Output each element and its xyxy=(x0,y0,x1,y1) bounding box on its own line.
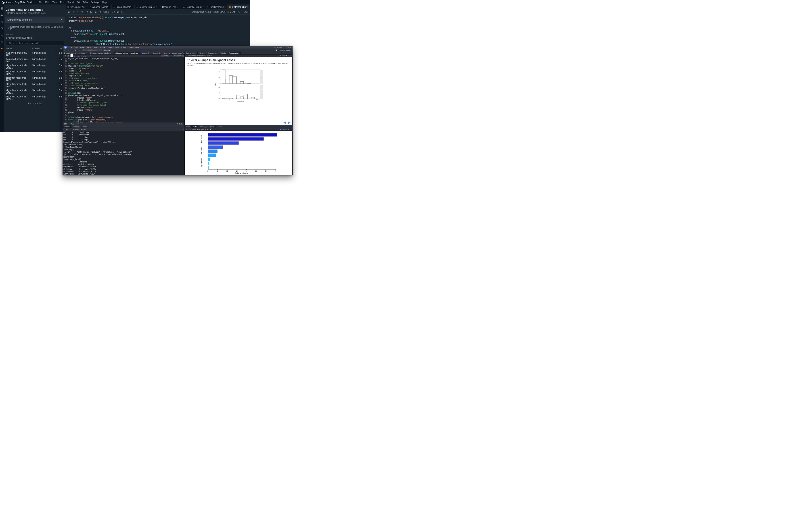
pres-tab-pres[interactable]: Presentation xyxy=(228,52,241,54)
rs-menu-edit[interactable]: Edit xyxy=(75,46,78,48)
console-clear-icon[interactable]: ▫ xyxy=(183,129,184,131)
sessions-button[interactable]: Sessions xyxy=(276,46,283,48)
console-tab[interactable]: Console xyxy=(62,125,72,128)
list-icon[interactable]: ▤ xyxy=(1,33,3,37)
console-output[interactable]: 87 4 1 malignant 88 4 3 malignant 89 1 1… xyxy=(62,131,185,175)
restart-icon[interactable]: ⟳ xyxy=(99,11,101,13)
plot-next-icon[interactable]: ▸ xyxy=(188,129,189,131)
save-icon[interactable]: ▣ xyxy=(68,11,70,13)
home-icon[interactable]: ⌂ xyxy=(6,27,7,29)
running-icon[interactable]: ◎ xyxy=(1,20,3,23)
git-icon[interactable]: ◆ xyxy=(1,13,3,17)
commands-icon[interactable]: ⚙ xyxy=(1,27,3,30)
files-tab[interactable]: Files xyxy=(185,125,191,128)
copy-icon[interactable]: ⧉ xyxy=(81,10,84,13)
rs-menu-profile[interactable]: Profile xyxy=(121,46,126,48)
run-button[interactable]: ▶ Run xyxy=(162,54,169,57)
source-tab[interactable]: app.R × xyxy=(141,52,152,54)
help-tab[interactable]: Help xyxy=(209,125,216,128)
rs-menu-plots[interactable]: Plots xyxy=(93,46,97,48)
menu-run[interactable]: Run xyxy=(60,1,64,4)
project-selector[interactable]: ▣ Project: (None) ▾ xyxy=(276,49,291,51)
breadcrumb[interactable]: ⌂ / customer-churn-prediction-xgboost-20… xyxy=(5,24,64,32)
packages-tab[interactable]: Packages xyxy=(198,125,209,128)
plot-prev-icon[interactable]: ◂ xyxy=(186,129,187,131)
add-cell-icon[interactable]: ＋ xyxy=(72,10,75,13)
rs-menu-tools[interactable]: Tools xyxy=(128,46,133,48)
editor-tab[interactable]: △Trial Compone× xyxy=(205,4,227,9)
trial-row[interactable]: algorithm-mode-trial-2020...5 months ago… xyxy=(5,82,64,89)
home-icon[interactable]: ⌂ xyxy=(274,46,275,48)
new-file-icon[interactable]: ▸ xyxy=(64,49,66,51)
addins-button[interactable]: Addins xyxy=(103,49,111,51)
source-button[interactable]: ▶ Source ▾ xyxy=(173,54,184,57)
share-button[interactable]: Shar xyxy=(244,11,248,13)
find-icon[interactable]: ⌕ xyxy=(87,55,89,57)
clear-plots-icon[interactable]: 🧹 xyxy=(210,129,212,131)
trial-row[interactable]: algorithm-mode-trial-2020...5 months ago… xyxy=(5,89,64,95)
export-button[interactable]: ▣ Export ▾ xyxy=(197,129,206,131)
menu-file[interactable]: File xyxy=(39,1,42,4)
pres-more[interactable]: ⚙ More ▾ xyxy=(279,55,287,57)
run-icon[interactable]: ▶ xyxy=(90,11,93,13)
pres-tab-hist[interactable]: History xyxy=(198,52,206,54)
cut-icon[interactable]: ✂ xyxy=(77,11,79,13)
trial-row[interactable]: algorithm-mode-trial-2020...5 months ago… xyxy=(5,63,64,70)
compile-icon[interactable]: ✎ xyxy=(90,55,91,57)
menu-help[interactable]: Help xyxy=(102,1,107,4)
rs-menu-file[interactable]: File xyxy=(70,46,73,48)
save-all-icon[interactable]: ▣ xyxy=(74,49,77,51)
experiments-icon[interactable]: ✦ xyxy=(1,47,3,50)
search-box[interactable]: ⌕ xyxy=(6,41,64,45)
publish-button[interactable]: ● Publish ▾ xyxy=(280,129,289,131)
plot-refresh-icon[interactable]: ⟳ xyxy=(290,129,291,131)
scope-label[interactable]: (Top Level) xyxy=(70,123,79,125)
pres-tab-tut[interactable]: Tutorial xyxy=(219,52,228,54)
open-file-icon[interactable]: ▫ xyxy=(71,49,73,51)
rs-menu-debug[interactable]: Debug xyxy=(114,46,119,48)
pres-tab-conn[interactable]: Connections xyxy=(206,52,219,54)
remove-plot-icon[interactable]: ✖ xyxy=(207,129,208,131)
show-doc-icon[interactable]: ▣ xyxy=(67,55,69,57)
source-on-save[interactable]: Source on Save xyxy=(70,54,86,57)
rs-menu-session[interactable]: Session xyxy=(99,46,105,48)
jobs-tab[interactable]: Jobs xyxy=(82,125,88,128)
editor-tab[interactable]: △Describe Trial C× xyxy=(182,4,205,9)
back-icon[interactable]: ◂ xyxy=(63,55,64,57)
menu-kernel[interactable]: Kernel xyxy=(67,1,74,4)
instance-icon[interactable]: ▣ xyxy=(116,11,119,13)
menu-view[interactable]: View xyxy=(52,1,57,4)
menu-git[interactable]: Git xyxy=(77,1,80,4)
fwd-icon[interactable]: ▸ xyxy=(65,55,66,57)
source-tab[interactable]: breast_cancer_eda.Rmd × xyxy=(88,52,114,54)
experiments-selector[interactable]: Experiments and trials ▼ xyxy=(5,17,64,23)
search-input[interactable] xyxy=(9,42,63,44)
menu-edit[interactable]: Edit xyxy=(45,1,49,4)
rs-menu-code[interactable]: Code xyxy=(80,46,85,48)
editor-tab[interactable]: △Create experim× xyxy=(112,4,134,9)
viewer-tab[interactable]: Viewer xyxy=(216,125,224,128)
editor-tab[interactable]: △Describe Trial C× xyxy=(158,4,182,9)
pres-refresh-icon[interactable]: ⟳ xyxy=(290,55,291,57)
print-icon[interactable]: ▫ xyxy=(78,49,80,51)
pres-tab-env[interactable]: Environment xyxy=(185,52,198,54)
close-button[interactable]: ● xyxy=(290,46,291,48)
source-tab[interactable]: breast_cancer_eda.Rpres × xyxy=(163,52,185,54)
menu-settings[interactable]: Settings xyxy=(91,1,99,4)
pres-popout-icon[interactable]: ▫ xyxy=(288,55,289,57)
stop-icon[interactable]: ■ xyxy=(94,11,97,13)
editor-tab[interactable]: ✕testRuningPan× xyxy=(66,4,88,9)
plots-tab[interactable]: Plots xyxy=(191,125,198,128)
prev-slide-icon[interactable]: ◀ xyxy=(283,121,286,124)
new-project-icon[interactable]: ▫ xyxy=(67,49,70,51)
next-slide-icon[interactable]: ▶ xyxy=(288,121,291,124)
paste-icon[interactable]: ▢ xyxy=(85,11,88,13)
trial-row[interactable]: algorithm-mode-trial-2020...5 months ago… xyxy=(5,95,64,101)
git-icon[interactable]: ⎇ xyxy=(112,11,115,13)
folder-icon[interactable]: ▣ xyxy=(1,7,3,10)
source-tab[interactable]: breast_cancer_modeling.r × xyxy=(114,52,141,54)
goto-input[interactable] xyxy=(82,49,102,51)
rs-menu-view[interactable]: View xyxy=(87,46,91,48)
trial-row[interactable]: algorithm-mode-trial-2020...5 months ago… xyxy=(5,76,64,82)
trial-row[interactable]: framework-mode-trial-202...5 months ago5… xyxy=(5,57,64,63)
